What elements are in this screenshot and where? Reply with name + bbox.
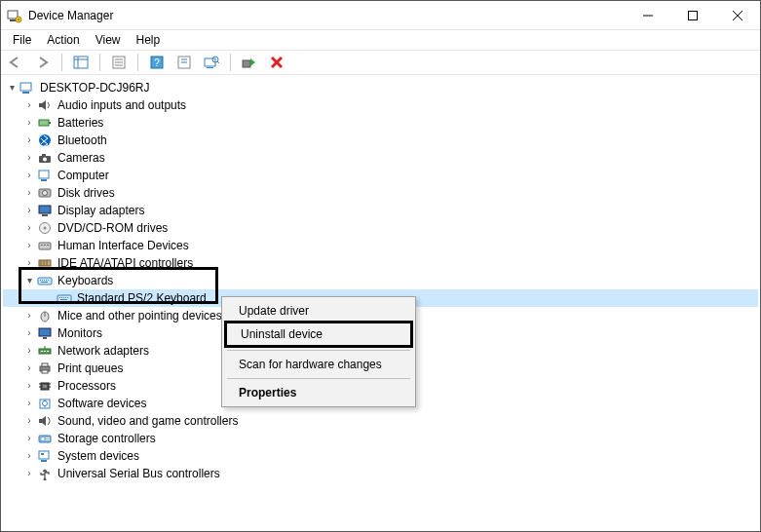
chevron-right-icon[interactable]: › [22, 237, 36, 254]
svg-point-96 [44, 478, 47, 481]
tree-category[interactable]: › Computer [3, 167, 758, 184]
tree-category[interactable]: › Display adapters [3, 202, 758, 219]
chevron-right-icon[interactable]: › [22, 465, 36, 482]
toolbar-separator [61, 54, 62, 71]
uninstall-device-button[interactable] [266, 52, 287, 73]
category-label: Storage controllers [57, 430, 156, 447]
window-title: Device Manager [28, 9, 626, 22]
tree-category[interactable]: › Storage controllers [3, 430, 758, 447]
minimize-button[interactable] [626, 1, 670, 30]
enable-device-button[interactable] [239, 52, 260, 73]
category-label: Human Interface Devices [57, 237, 189, 254]
category-label: DVD/CD-ROM drives [57, 219, 168, 237]
category-label: Batteries [57, 114, 103, 132]
maximize-button[interactable] [670, 1, 715, 30]
context-menu-separator [227, 350, 410, 351]
category-label: Disk drives [57, 184, 115, 202]
hid-icon [36, 238, 54, 253]
category-label: Sound, video and game controllers [57, 412, 238, 430]
chevron-right-icon[interactable]: › [22, 342, 36, 360]
chevron-right-icon[interactable]: › [22, 96, 36, 114]
properties-button[interactable] [108, 52, 130, 73]
menu-action[interactable]: Action [39, 31, 87, 49]
category-label: Universal Serial Bus controllers [57, 465, 220, 482]
svg-rect-73 [47, 351, 49, 352]
svg-rect-47 [47, 245, 49, 246]
tree-category[interactable]: › System devices [3, 447, 758, 465]
svg-rect-37 [41, 179, 47, 181]
chevron-right-icon[interactable]: › [22, 395, 36, 412]
svg-rect-28 [22, 92, 29, 94]
toolbar: ? [1, 50, 760, 75]
chevron-right-icon[interactable]: › [22, 149, 36, 167]
mouse-icon [36, 308, 54, 323]
tree-category[interactable]: › Batteries [3, 114, 758, 132]
tree-category[interactable]: › Disk drives [3, 184, 758, 202]
scan-hardware-button[interactable] [201, 52, 222, 73]
svg-point-34 [43, 158, 47, 162]
tree-category[interactable]: › Universal Serial Bus controllers [3, 465, 758, 482]
svg-line-23 [217, 61, 219, 63]
category-label: Computer [57, 167, 109, 184]
tree-category[interactable]: › Sound, video and game controllers [3, 412, 758, 430]
chevron-right-icon[interactable]: › [22, 447, 36, 465]
svg-rect-44 [39, 243, 51, 249]
tree-root[interactable]: ▾ DESKTOP-DCJ96RJ [3, 79, 758, 96]
chevron-right-icon[interactable]: › [22, 324, 36, 342]
sound-icon [36, 413, 54, 429]
chevron-right-icon[interactable]: › [22, 167, 36, 184]
chevron-right-icon[interactable]: › [22, 430, 36, 447]
context-menu-item[interactable]: Scan for hardware changes [225, 354, 412, 375]
back-button[interactable] [5, 52, 26, 73]
chevron-right-icon[interactable]: › [22, 184, 36, 202]
tree-category[interactable]: › Bluetooth [3, 132, 758, 149]
chevron-right-icon[interactable]: › [22, 377, 36, 395]
display-icon [36, 203, 54, 218]
svg-rect-92 [46, 439, 50, 440]
software-icon [36, 396, 54, 411]
context-menu-item[interactable]: Uninstall device [224, 321, 413, 348]
titlebar: Device Manager [1, 1, 760, 30]
svg-point-43 [44, 227, 47, 230]
svg-text:?: ? [154, 57, 160, 68]
root-label: DESKTOP-DCJ96RJ [40, 79, 149, 96]
disk-icon [36, 185, 54, 201]
chevron-right-icon[interactable]: › [22, 307, 36, 324]
chevron-down-icon[interactable]: ▾ [5, 79, 19, 96]
menu-file[interactable]: File [5, 31, 39, 49]
context-menu-item[interactable]: Properties [225, 382, 412, 403]
svg-rect-94 [41, 460, 47, 462]
context-menu-item[interactable]: Update driver [225, 300, 412, 322]
tree-category[interactable]: › DVD/CD-ROM drives [3, 219, 758, 237]
menu-view[interactable]: View [88, 31, 129, 49]
forward-button[interactable] [32, 52, 54, 73]
svg-rect-95 [41, 453, 44, 455]
battery-icon [36, 115, 54, 131]
tree-category[interactable]: › Human Interface Devices [3, 237, 758, 254]
close-button[interactable] [715, 1, 760, 30]
chevron-right-icon[interactable]: › [22, 360, 36, 377]
chevron-right-icon[interactable]: › [22, 132, 36, 149]
chevron-right-icon[interactable]: › [22, 114, 36, 132]
show-hide-tree-button[interactable] [70, 52, 92, 73]
svg-rect-40 [39, 206, 51, 213]
menu-help[interactable]: Help [129, 31, 169, 49]
svg-rect-45 [41, 245, 43, 246]
monitor-icon [36, 325, 54, 341]
highlight-keyboards [19, 267, 218, 304]
update-driver-button[interactable] [173, 52, 195, 73]
tree-category[interactable]: › Audio inputs and outputs [3, 96, 758, 114]
svg-rect-27 [20, 83, 31, 91]
svg-rect-1 [10, 19, 16, 21]
chevron-right-icon[interactable]: › [22, 412, 36, 430]
chevron-right-icon[interactable]: › [22, 202, 36, 219]
audio-icon [36, 97, 54, 113]
svg-rect-41 [42, 214, 48, 216]
tree-category[interactable]: › Cameras [3, 149, 758, 167]
category-label: Display adapters [57, 202, 144, 219]
svg-rect-31 [49, 122, 51, 124]
svg-rect-30 [39, 120, 49, 126]
chevron-right-icon[interactable]: › [22, 219, 36, 237]
help-button[interactable]: ? [146, 52, 168, 73]
context-menu-separator [227, 378, 410, 379]
